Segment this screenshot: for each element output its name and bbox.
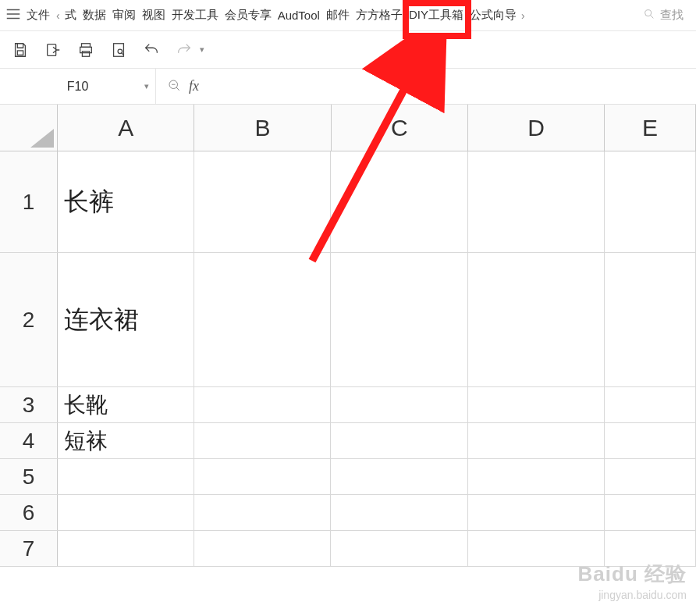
cell-D6[interactable] — [468, 495, 605, 530]
spreadsheet: A B C D E 1 长裤 2 连衣裙 3 长靴 — [0, 105, 696, 567]
cell-C5[interactable] — [331, 459, 467, 494]
row-header-1[interactable]: 1 — [0, 151, 58, 252]
cell-D4[interactable] — [468, 423, 605, 458]
cancel-formula-icon[interactable] — [167, 78, 181, 95]
search-placeholder: 查找 — [660, 8, 684, 23]
cell-E1[interactable] — [605, 151, 696, 252]
col-header-A[interactable]: A — [58, 105, 194, 151]
row-header-3[interactable]: 3 — [0, 387, 58, 422]
cell-A6[interactable] — [58, 495, 194, 530]
menu-tab-4[interactable]: 开发工具 — [169, 8, 222, 23]
cell-A4[interactable]: 短袜 — [58, 423, 194, 458]
print-button[interactable] — [76, 41, 95, 59]
fx-label[interactable]: fx — [189, 78, 199, 94]
menu-tab-1[interactable]: 数据 — [80, 8, 109, 23]
cell-D1[interactable] — [468, 151, 605, 252]
menu-file[interactable]: 文件 — [22, 8, 55, 23]
toolbar-more-icon[interactable]: ▾ — [200, 45, 208, 55]
column-headers: A B C D E — [0, 105, 696, 151]
row-header-4[interactable]: 4 — [0, 423, 58, 458]
cell-B3[interactable] — [194, 387, 331, 422]
cell-D2[interactable] — [468, 253, 605, 386]
menu-tab-6[interactable]: AudTool — [275, 9, 323, 22]
rows: 1 长裤 2 连衣裙 3 长靴 4 短袜 — [0, 151, 696, 567]
cell-B7[interactable] — [194, 531, 331, 566]
svg-rect-1 — [17, 50, 23, 55]
svg-rect-3 — [82, 43, 91, 47]
watermark-line2: jingyan.baidu.com — [578, 588, 687, 602]
cell-C4[interactable] — [331, 423, 467, 458]
menu-tab-2[interactable]: 审阅 — [109, 8, 139, 23]
menu-tab-5[interactable]: 会员专享 — [222, 8, 275, 23]
cell-D7[interactable] — [468, 531, 605, 566]
row-header-7[interactable]: 7 — [0, 531, 58, 566]
redo-button[interactable] — [175, 41, 194, 59]
col-header-D[interactable]: D — [468, 105, 605, 151]
col-header-C[interactable]: C — [332, 105, 468, 151]
cell-C6[interactable] — [331, 495, 467, 530]
print-preview-button[interactable] — [109, 41, 128, 59]
row-4: 4 短袜 — [0, 423, 696, 459]
menu-tab-0[interactable]: 式 — [62, 8, 80, 23]
cell-D5[interactable] — [468, 459, 605, 494]
cell-C1[interactable] — [331, 151, 467, 252]
name-box[interactable]: F10 ▾ — [0, 69, 156, 104]
select-all-corner[interactable] — [0, 105, 58, 151]
row-7: 7 — [0, 531, 696, 567]
menu-tab-8[interactable]: 方方格子 — [353, 8, 406, 23]
row-5: 5 — [0, 459, 696, 495]
col-header-E[interactable]: E — [605, 105, 696, 151]
row-header-5[interactable]: 5 — [0, 459, 58, 494]
row-2: 2 连衣裙 — [0, 253, 696, 387]
export-button[interactable] — [44, 41, 62, 59]
cell-E6[interactable] — [605, 495, 696, 530]
tabs-scroll-right[interactable]: › — [520, 9, 527, 22]
cell-A7[interactable] — [58, 531, 194, 566]
tabs-scroll-left[interactable]: ‹ — [55, 9, 62, 22]
cell-B1[interactable] — [194, 151, 331, 252]
cell-E3[interactable] — [605, 387, 696, 422]
cell-C7[interactable] — [331, 531, 467, 566]
cell-A3[interactable]: 长靴 — [58, 387, 194, 422]
cell-B4[interactable] — [194, 423, 331, 458]
search-icon — [643, 8, 655, 23]
row-1: 1 长裤 — [0, 151, 696, 253]
formula-input[interactable] — [210, 69, 696, 104]
search-box[interactable]: 查找 — [643, 8, 691, 23]
undo-button[interactable] — [142, 41, 161, 59]
svg-point-0 — [645, 10, 652, 16]
cell-B5[interactable] — [194, 459, 331, 494]
row-header-6[interactable]: 6 — [0, 495, 58, 530]
menu-tab-7[interactable]: 邮件 — [323, 8, 353, 23]
quick-toolbar: ▾ — [0, 31, 696, 69]
name-box-dropdown-icon[interactable]: ▾ — [144, 81, 149, 91]
row-header-2[interactable]: 2 — [0, 253, 58, 386]
svg-rect-5 — [82, 51, 89, 55]
menu-tab-3[interactable]: 视图 — [139, 8, 169, 23]
menu-tab-9[interactable]: DIY工具箱 — [406, 8, 467, 23]
cell-D3[interactable] — [468, 387, 605, 422]
cell-E5[interactable] — [605, 459, 696, 494]
cell-C3[interactable] — [331, 387, 467, 422]
cell-A1[interactable]: 长裤 — [58, 151, 194, 252]
cell-A5[interactable] — [58, 459, 194, 494]
row-6: 6 — [0, 495, 696, 531]
hamburger-icon[interactable] — [5, 5, 22, 25]
col-header-B[interactable]: B — [194, 105, 331, 151]
menu-tab-10[interactable]: 公式向导 — [467, 8, 520, 23]
cell-A2[interactable]: 连衣裙 — [58, 253, 194, 386]
cell-E7[interactable] — [605, 531, 696, 566]
svg-rect-2 — [48, 44, 56, 55]
cell-C2[interactable] — [331, 253, 467, 386]
menu-tabs: 式 数据 审阅 视图 开发工具 会员专享 AudTool 邮件 方方格子 DIY… — [62, 8, 520, 23]
cell-B6[interactable] — [194, 495, 331, 530]
watermark: Baidu 经验 jingyan.baidu.com — [578, 561, 687, 602]
cell-E2[interactable] — [605, 253, 696, 386]
cell-B2[interactable] — [194, 253, 331, 386]
cell-E4[interactable] — [605, 423, 696, 458]
save-button[interactable] — [11, 41, 30, 59]
row-3: 3 长靴 — [0, 387, 696, 423]
name-box-value: F10 — [67, 80, 89, 94]
formula-bar: F10 ▾ fx — [0, 69, 696, 105]
menu-bar: 文件 ‹ 式 数据 审阅 视图 开发工具 会员专享 AudTool 邮件 方方格… — [0, 0, 696, 31]
